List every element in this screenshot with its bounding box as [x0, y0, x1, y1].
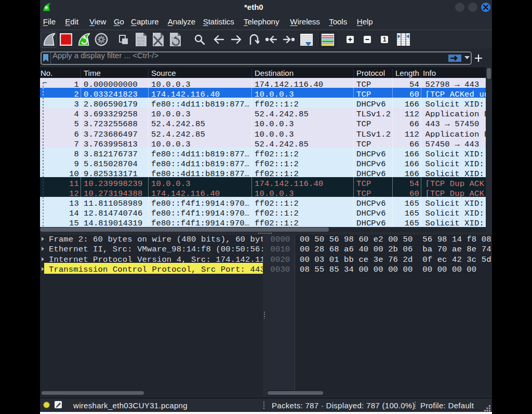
svg-text:0011: 0011	[137, 42, 145, 46]
